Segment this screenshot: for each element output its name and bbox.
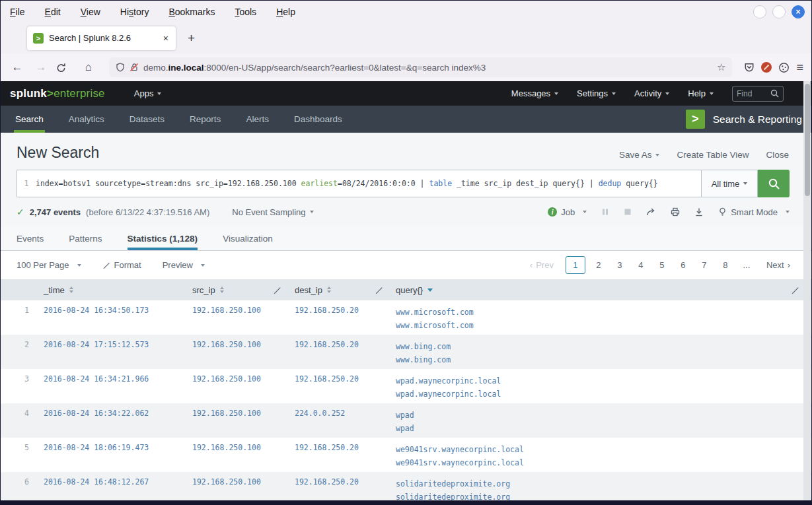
- home-icon[interactable]: ⌂: [80, 61, 97, 74]
- save-as-menu[interactable]: Save As: [619, 150, 660, 160]
- next-page-button[interactable]: Next›: [766, 260, 790, 270]
- cell-dest-ip[interactable]: 192.168.250.20: [289, 335, 367, 369]
- splunk-logo[interactable]: splunk>enterprise: [10, 87, 105, 100]
- cell-time[interactable]: 2016-08-24 16:34:50.173: [38, 300, 187, 335]
- cell-query[interactable]: www.bing.comwww.bing.com: [390, 335, 779, 369]
- menu-bookmarks[interactable]: Bookmarks: [168, 7, 215, 17]
- tab-visualization[interactable]: Visualization: [223, 234, 273, 250]
- edit-column-icon[interactable]: [265, 286, 289, 294]
- apps-menu[interactable]: Apps: [134, 88, 162, 98]
- browser-tab[interactable]: > Search | Splunk 8.2.6 ×: [27, 26, 176, 50]
- page-scrollbar[interactable]: [803, 81, 811, 500]
- cell-src-ip[interactable]: 192.168.250.100: [187, 438, 265, 472]
- scrollbar-thumb[interactable]: [805, 84, 810, 196]
- find-input[interactable]: [737, 89, 770, 98]
- col-src-ip[interactable]: src_ip: [187, 285, 265, 295]
- pocket-icon[interactable]: [744, 62, 755, 73]
- cell-src-ip[interactable]: 192.168.250.100: [187, 335, 265, 369]
- event-count[interactable]: 2,747 events: [30, 207, 81, 217]
- close-search-link[interactable]: Close: [766, 150, 789, 160]
- url-text: demo.ine.local:8000/en-US/app/search/sea…: [143, 63, 712, 73]
- url-bar[interactable]: demo.ine.local:8000/en-US/app/search/sea…: [109, 57, 732, 77]
- search-mode-menu[interactable]: Smart Mode: [718, 207, 790, 217]
- per-page-menu[interactable]: 100 Per Page: [17, 260, 81, 270]
- maximize-button[interactable]: [772, 5, 786, 18]
- share-button[interactable]: [646, 207, 656, 217]
- cell-src-ip[interactable]: 192.168.250.100: [187, 369, 265, 403]
- cell-dest-ip[interactable]: 224.0.0.252: [289, 403, 367, 438]
- create-table-view-link[interactable]: Create Table View: [677, 150, 749, 160]
- search-input[interactable]: 1 index=botsv1 sourcetype=stream:dns src…: [17, 170, 701, 197]
- col-time[interactable]: _time: [38, 285, 187, 295]
- forward-icon[interactable]: →: [32, 61, 50, 74]
- cell-time[interactable]: 2016-08-24 17:15:12.573: [38, 335, 187, 369]
- minimize-button[interactable]: [753, 5, 766, 18]
- col-dest-ip[interactable]: dest_ip: [289, 285, 367, 295]
- tab-patterns[interactable]: Patterns: [69, 234, 102, 250]
- close-window-button[interactable]: ×: [792, 5, 805, 18]
- help-menu[interactable]: Help: [688, 88, 714, 98]
- find-searchbox[interactable]: [732, 86, 784, 102]
- search-button[interactable]: [758, 170, 790, 197]
- cell-time[interactable]: 2016-08-24 16:34:21.966: [38, 369, 187, 403]
- cell-query[interactable]: wpad.waynecorpinc.localwpad.waynecorpinc…: [390, 369, 779, 403]
- menu-help[interactable]: Help: [276, 7, 295, 17]
- adblocker-icon[interactable]: [761, 62, 772, 73]
- new-tab-button[interactable]: +: [188, 31, 195, 46]
- event-sampling-menu[interactable]: No Event Sampling: [232, 207, 313, 217]
- cell-dest-ip[interactable]: 192.168.250.20: [289, 438, 367, 472]
- time-range-picker[interactable]: All time: [701, 170, 758, 197]
- cell-query[interactable]: wpadwpad: [390, 403, 779, 438]
- messages-menu[interactable]: Messages: [511, 88, 558, 98]
- insecure-lock-icon[interactable]: [129, 63, 139, 72]
- preview-menu[interactable]: Preview: [163, 260, 205, 270]
- menu-file[interactable]: File: [10, 7, 25, 17]
- activity-menu[interactable]: Activity: [634, 88, 669, 98]
- nav-alerts[interactable]: Alerts: [244, 114, 270, 133]
- nav-reports[interactable]: Reports: [188, 114, 222, 133]
- reload-icon[interactable]: [56, 63, 73, 73]
- page-4[interactable]: 4: [633, 257, 649, 273]
- col-query[interactable]: query{}: [390, 285, 779, 295]
- tab-close-icon[interactable]: ×: [162, 33, 170, 44]
- cell-dest-ip[interactable]: 192.168.250.20: [289, 300, 367, 335]
- cell-time[interactable]: 2016-08-24 16:34:22.062: [38, 403, 187, 438]
- tab-events[interactable]: Events: [17, 234, 44, 250]
- job-menu[interactable]: i Job: [548, 207, 587, 217]
- page-6[interactable]: 6: [675, 257, 691, 273]
- pause-button[interactable]: [601, 208, 609, 216]
- format-menu[interactable]: Format: [102, 260, 141, 270]
- cell-time[interactable]: 2016-08-24 18:06:19.473: [38, 438, 187, 472]
- hamburger-menu-icon[interactable]: ≡: [796, 61, 803, 75]
- settings-menu[interactable]: Settings: [577, 88, 616, 98]
- page-1[interactable]: 1: [566, 256, 585, 274]
- edit-column-icon[interactable]: [367, 286, 390, 294]
- menu-tools[interactable]: Tools: [235, 7, 256, 17]
- menu-view[interactable]: View: [81, 7, 100, 17]
- cell-query[interactable]: we9041srv.waynecorpinc.localwe9041srv.wa…: [390, 438, 779, 472]
- cell-query[interactable]: www.microsoft.comwww.microsoft.com: [390, 300, 779, 335]
- nav-analytics[interactable]: Analytics: [67, 114, 106, 133]
- cell-src-ip[interactable]: 192.168.250.100: [187, 403, 265, 438]
- extension-icon[interactable]: [778, 62, 790, 73]
- tab-statistics[interactable]: Statistics (1,128): [128, 234, 198, 250]
- page-2[interactable]: 2: [591, 257, 607, 273]
- page-3[interactable]: 3: [612, 257, 628, 273]
- stop-button[interactable]: [624, 208, 632, 216]
- cell-dest-ip[interactable]: 192.168.250.20: [289, 369, 367, 403]
- bookmark-star-icon[interactable]: ☆: [717, 61, 725, 73]
- print-button[interactable]: [671, 207, 680, 217]
- back-icon[interactable]: ←: [9, 61, 26, 74]
- menu-history[interactable]: History: [120, 7, 149, 17]
- page-7[interactable]: 7: [696, 257, 712, 273]
- menu-edit[interactable]: Edit: [45, 7, 61, 17]
- shield-icon[interactable]: [116, 63, 125, 72]
- nav-datasets[interactable]: Datasets: [128, 114, 166, 133]
- prev-page-button[interactable]: ‹Prev: [530, 260, 554, 270]
- nav-search[interactable]: Search: [14, 114, 45, 133]
- page-8[interactable]: 8: [718, 257, 733, 273]
- page-5[interactable]: 5: [654, 257, 670, 273]
- cell-src-ip[interactable]: 192.168.250.100: [187, 300, 265, 335]
- export-button[interactable]: [694, 207, 704, 217]
- nav-dashboards[interactable]: Dashboards: [293, 114, 344, 133]
